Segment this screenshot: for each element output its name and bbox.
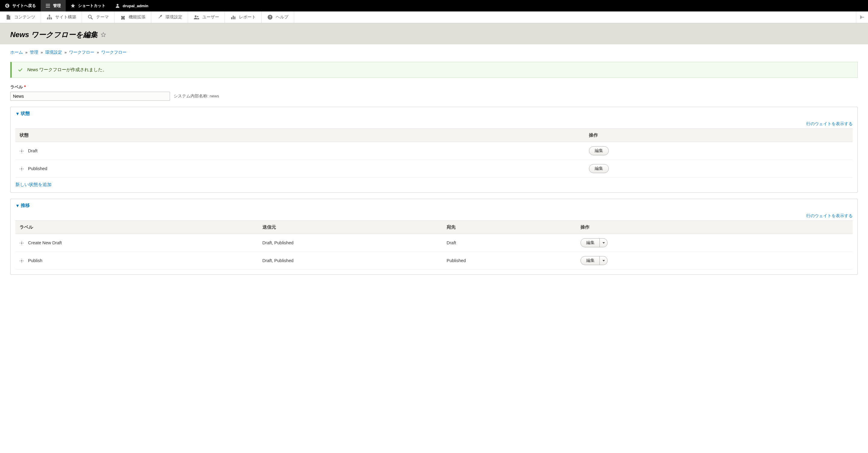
states-row: Draft 編集 bbox=[16, 142, 852, 160]
status-message-rest: ワークフローが作成されました。 bbox=[38, 67, 107, 72]
breadcrumb-link[interactable]: ワークフロー bbox=[69, 50, 94, 55]
config-icon bbox=[157, 14, 163, 20]
menu-content[interactable]: コンテンツ bbox=[0, 11, 41, 23]
toolbar-back-to-site[interactable]: サイトへ戻る bbox=[0, 0, 41, 11]
caret-down-icon: ▼ bbox=[16, 111, 20, 116]
edit-transition-button[interactable]: 編集 bbox=[581, 238, 600, 247]
breadcrumb-sep: » bbox=[63, 50, 68, 55]
dropbutton-toggle[interactable] bbox=[600, 238, 608, 247]
states-col-state: 状態 bbox=[16, 129, 585, 142]
label-input[interactable] bbox=[10, 92, 170, 101]
svg-rect-10 bbox=[233, 16, 234, 19]
toolbar-back-label: サイトへ戻る bbox=[12, 3, 36, 8]
dropbutton-toggle[interactable] bbox=[600, 256, 608, 265]
edit-state-button[interactable]: 編集 bbox=[589, 164, 609, 173]
states-col-ops: 操作 bbox=[585, 129, 852, 142]
state-label: Published bbox=[28, 166, 47, 171]
extend-icon bbox=[120, 14, 126, 20]
breadcrumb-sep: » bbox=[96, 50, 100, 55]
breadcrumb-link[interactable]: ワークフロー bbox=[101, 50, 127, 55]
menu-appearance[interactable]: テーマ bbox=[82, 11, 115, 23]
menu-people-label: ユーザー bbox=[202, 15, 219, 20]
menu-icon bbox=[45, 3, 50, 8]
menu-extend-label: 機能拡張 bbox=[129, 15, 146, 20]
drag-handle-icon[interactable] bbox=[20, 167, 24, 171]
structure-icon bbox=[46, 14, 53, 20]
show-row-weights-link[interactable]: 行のウェイトを表示する bbox=[806, 214, 852, 218]
caret-down-icon: ▼ bbox=[16, 203, 20, 208]
transitions-row: Create New Draft Draft, Published Draft … bbox=[16, 234, 852, 252]
menu-appearance-label: テーマ bbox=[96, 15, 109, 20]
svg-rect-11 bbox=[235, 17, 236, 19]
svg-point-3 bbox=[47, 18, 49, 20]
states-table: 状態 操作 Draft 編集 bbox=[16, 129, 852, 178]
toolbar-user[interactable]: drupal_admin bbox=[110, 0, 153, 11]
menu-extend[interactable]: 機能拡張 bbox=[115, 11, 151, 23]
toolbar-shortcuts[interactable]: ショートカット bbox=[66, 0, 110, 11]
content-region: ホーム » 管理 » 環境設定 » ワークフロー » ワークフロー News ワ… bbox=[0, 44, 868, 287]
menu-structure[interactable]: サイト構築 bbox=[41, 11, 82, 23]
trans-col-label: ラベル bbox=[16, 221, 258, 234]
drag-handle-icon[interactable] bbox=[20, 149, 24, 153]
state-label: Draft bbox=[28, 148, 37, 153]
transitions-summary[interactable]: ▼ 推移 bbox=[10, 199, 858, 212]
menu-people[interactable]: ユーザー bbox=[188, 11, 225, 23]
menu-reports[interactable]: レポート bbox=[225, 11, 261, 23]
svg-point-8 bbox=[197, 16, 198, 18]
status-message-text: News ワークフローが作成されました。 bbox=[27, 67, 107, 73]
menu-content-label: コンテンツ bbox=[14, 15, 35, 20]
svg-point-7 bbox=[195, 16, 196, 17]
menu-structure-label: サイト構築 bbox=[55, 15, 76, 20]
breadcrumb-link[interactable]: 管理 bbox=[30, 50, 38, 55]
svg-text:?: ? bbox=[269, 16, 271, 19]
transitions-panel: ▼ 推移 行のウェイトを表示する ラベル 送信元 宛先 操作 bbox=[10, 199, 858, 275]
svg-point-5 bbox=[51, 18, 52, 20]
machine-name-prefix: システム内部名称: bbox=[174, 94, 210, 98]
status-message-em: News bbox=[27, 67, 38, 72]
form-item-label: ラベル * システム内部名称: news bbox=[10, 84, 858, 101]
states-summary[interactable]: ▼ 状態 bbox=[10, 107, 858, 120]
edit-state-button[interactable]: 編集 bbox=[589, 146, 609, 155]
user-icon bbox=[115, 3, 120, 8]
svg-point-0 bbox=[5, 4, 9, 8]
trans-col-ops: 操作 bbox=[576, 221, 852, 234]
transitions-row: Publish Draft, Published Published 編集 bbox=[16, 252, 852, 270]
states-row: Published 編集 bbox=[16, 160, 852, 178]
edit-transition-dropbutton: 編集 bbox=[581, 256, 608, 265]
drag-handle-icon[interactable] bbox=[20, 259, 24, 263]
states-panel: ▼ 状態 行のウェイトを表示する 状態 操作 Draft bbox=[10, 107, 858, 193]
breadcrumb-link[interactable]: ホーム bbox=[10, 50, 23, 55]
transition-from: Draft, Published bbox=[258, 234, 442, 252]
machine-name-value: news bbox=[210, 94, 219, 98]
show-row-weights-link[interactable]: 行のウェイトを表示する bbox=[806, 121, 852, 126]
toolbar-user-label: drupal_admin bbox=[123, 4, 148, 8]
appearance-icon bbox=[87, 14, 93, 20]
svg-rect-9 bbox=[231, 17, 232, 19]
svg-point-6 bbox=[88, 15, 91, 18]
transition-to: Draft bbox=[442, 234, 576, 252]
breadcrumb: ホーム » 管理 » 環境設定 » ワークフロー » ワークフロー bbox=[10, 50, 858, 55]
menu-help[interactable]: ? ヘルプ bbox=[261, 11, 294, 23]
drag-handle-icon[interactable] bbox=[20, 241, 24, 245]
transition-label: Create New Draft bbox=[28, 240, 62, 245]
collapse-icon bbox=[860, 15, 865, 20]
add-state-link[interactable]: 新しい状態を追加 bbox=[16, 182, 852, 188]
admin-toolbar-top: サイトへ戻る 管理 ショートカット drupal_admin bbox=[0, 0, 868, 11]
required-marker: * bbox=[24, 84, 26, 89]
edit-transition-button[interactable]: 編集 bbox=[581, 256, 600, 265]
people-icon bbox=[193, 14, 199, 20]
shortcut-star-icon[interactable] bbox=[101, 32, 106, 37]
menu-config[interactable]: 環境設定 bbox=[151, 11, 188, 23]
breadcrumb-link[interactable]: 環境設定 bbox=[45, 50, 62, 55]
toolbar-manage[interactable]: 管理 bbox=[41, 0, 66, 11]
chevron-down-icon bbox=[602, 260, 605, 261]
back-icon bbox=[5, 3, 10, 8]
page-title-suffix: ワークフローを編集 bbox=[29, 30, 98, 38]
svg-point-4 bbox=[49, 18, 50, 20]
admin-toolbar-secondary: コンテンツ サイト構築 テーマ 機能拡張 環境設定 ユーザー レポート ? ヘル… bbox=[0, 11, 868, 23]
breadcrumb-sep: » bbox=[24, 50, 29, 55]
toolbar-orientation-toggle[interactable] bbox=[856, 11, 868, 23]
page-title-region: News ワークフローを編集 bbox=[0, 23, 868, 44]
show-row-weights-states: 行のウェイトを表示する bbox=[16, 121, 852, 127]
reports-icon bbox=[230, 14, 236, 20]
